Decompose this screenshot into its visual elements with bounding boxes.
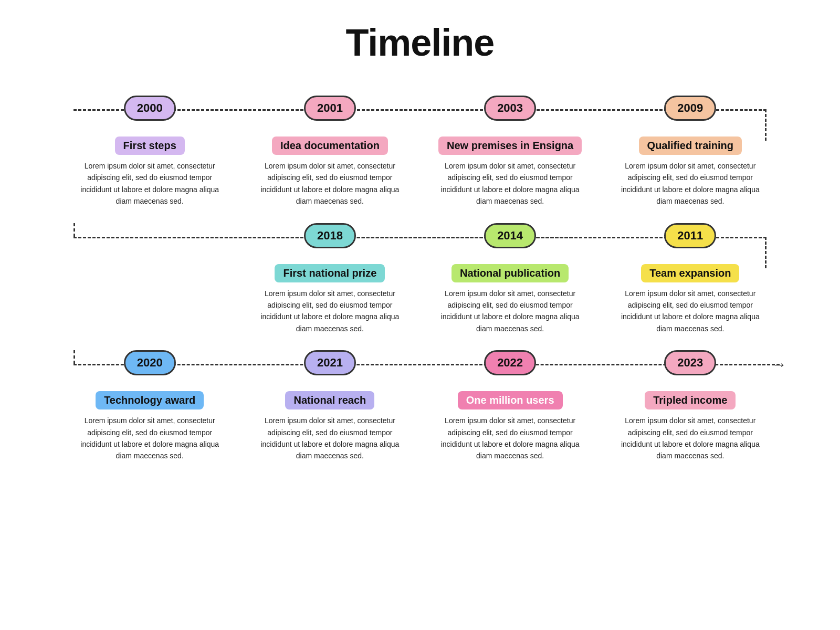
event-desc-tech-award: Lorem ipsum dolor sit amet, consectetur … bbox=[74, 415, 226, 462]
year-col-2023: 2023 bbox=[614, 350, 766, 375]
event-col-team-expansion: Team expansion Lorem ipsum dolor sit ame… bbox=[614, 264, 766, 335]
year-col-2011: 2011 bbox=[614, 223, 766, 248]
page-title: Timeline bbox=[32, 21, 808, 64]
year-col-2021: 2021 bbox=[254, 350, 406, 375]
event-desc-qualified-training: Lorem ipsum dolor sit amet, consectetur … bbox=[614, 160, 766, 207]
event-col-nat-publication: National publication Lorem ipsum dolor s… bbox=[434, 264, 586, 335]
year-col-2003: 2003 bbox=[434, 96, 586, 121]
row2-spacer bbox=[74, 223, 226, 248]
event-desc-one-million: Lorem ipsum dolor sit amet, consectetur … bbox=[434, 415, 586, 462]
page: Timeline 2000 2001 2003 2009 bbox=[0, 0, 840, 494]
year-badge-2022: 2022 bbox=[484, 350, 536, 375]
year-col-2018: 2018 bbox=[254, 223, 406, 248]
event-desc-nat-publication: Lorem ipsum dolor sit amet, consectetur … bbox=[434, 288, 586, 335]
year-col-2001: 2001 bbox=[254, 96, 406, 121]
year-badge-2001: 2001 bbox=[304, 96, 356, 121]
event-col-nat-reach: National reach Lorem ipsum dolor sit ame… bbox=[254, 391, 406, 462]
event-col-one-million: One million users Lorem ipsum dolor sit … bbox=[434, 391, 586, 462]
timeline-arrow: → bbox=[772, 356, 786, 373]
event-desc-first-nat-prize: Lorem ipsum dolor sit amet, consectetur … bbox=[254, 288, 406, 335]
event-label-nat-reach: National reach bbox=[285, 391, 374, 410]
year-badge-2011: 2011 bbox=[664, 223, 716, 248]
event-desc-new-premises: Lorem ipsum dolor sit amet, consectetur … bbox=[434, 160, 586, 207]
year-col-2009: 2009 bbox=[614, 96, 766, 121]
year-badge-2009: 2009 bbox=[664, 96, 716, 121]
event-desc-team-expansion: Lorem ipsum dolor sit amet, consectetur … bbox=[614, 288, 766, 335]
event-label-one-million: One million users bbox=[458, 391, 563, 410]
event-col-idea-doc: Idea documentation Lorem ipsum dolor sit… bbox=[254, 136, 406, 207]
timeline-row-3: → 2020 2021 2022 2023 Technology aw bbox=[32, 350, 808, 472]
event-label-team-expansion: Team expansion bbox=[641, 264, 739, 282]
event-label-first-nat-prize: First national prize bbox=[275, 264, 385, 282]
year-badge-2018: 2018 bbox=[304, 223, 356, 248]
event-col-tripled-income: Tripled income Lorem ipsum dolor sit ame… bbox=[614, 391, 766, 462]
year-badge-2020: 2020 bbox=[124, 350, 176, 375]
timeline-row-1: 2000 2001 2003 2009 First steps Lorem ip… bbox=[32, 96, 808, 218]
year-col-2014: 2014 bbox=[434, 223, 586, 248]
year-badge-2021: 2021 bbox=[304, 350, 356, 375]
event-col-tech-award: Technology award Lorem ipsum dolor sit a… bbox=[74, 391, 226, 462]
event-label-nat-publication: National publication bbox=[452, 264, 569, 282]
timeline-row-2: 2018 2014 2011 First national prize Lore… bbox=[32, 223, 808, 345]
row2-content-spacer bbox=[74, 264, 226, 335]
event-label-first-steps: First steps bbox=[115, 136, 185, 155]
event-label-tripled-income: Tripled income bbox=[645, 391, 736, 410]
year-badge-2014: 2014 bbox=[484, 223, 536, 248]
year-col-2000: 2000 bbox=[74, 96, 226, 121]
event-desc-idea-doc: Lorem ipsum dolor sit amet, consectetur … bbox=[254, 160, 406, 207]
event-desc-nat-reach: Lorem ipsum dolor sit amet, consectetur … bbox=[254, 415, 406, 462]
year-badge-2000: 2000 bbox=[124, 96, 176, 121]
year-badge-2023: 2023 bbox=[664, 350, 716, 375]
event-desc-first-steps: Lorem ipsum dolor sit amet, consectetur … bbox=[74, 160, 226, 207]
year-badge-2003: 2003 bbox=[484, 96, 536, 121]
year-col-2020: 2020 bbox=[74, 350, 226, 375]
event-col-qualified-training: Qualified training Lorem ipsum dolor sit… bbox=[614, 136, 766, 207]
year-col-2022: 2022 bbox=[434, 350, 586, 375]
event-label-tech-award: Technology award bbox=[96, 391, 204, 410]
event-desc-tripled-income: Lorem ipsum dolor sit amet, consectetur … bbox=[614, 415, 766, 462]
event-col-first-nat-prize: First national prize Lorem ipsum dolor s… bbox=[254, 264, 406, 335]
event-label-idea-doc: Idea documentation bbox=[272, 136, 388, 155]
event-label-new-premises: New premises in Ensigna bbox=[438, 136, 582, 155]
event-label-qualified-training: Qualified training bbox=[639, 136, 742, 155]
event-col-new-premises: New premises in Ensigna Lorem ipsum dolo… bbox=[434, 136, 586, 207]
event-col-first-steps: First steps Lorem ipsum dolor sit amet, … bbox=[74, 136, 226, 207]
